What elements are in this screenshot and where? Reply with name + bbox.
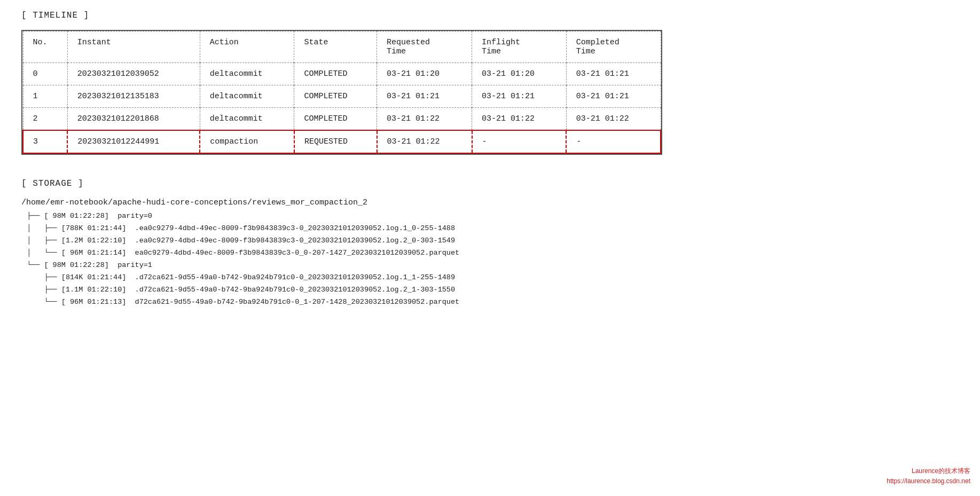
cell-action: deltacommit xyxy=(200,108,294,131)
cell-state: REQUESTED xyxy=(294,130,377,153)
timeline-table-container: No. Instant Action State RequestedTime I… xyxy=(21,30,662,155)
col-no: No. xyxy=(23,32,67,63)
cell-instant: 20230321012201868 xyxy=(67,108,200,131)
storage-label: [ STORAGE ] xyxy=(21,179,959,188)
cell-requested_time: 03-21 01:20 xyxy=(377,63,472,85)
cell-inflight_time: - xyxy=(472,130,567,153)
col-instant: Instant xyxy=(67,32,200,63)
cell-completed_time: - xyxy=(566,130,661,153)
cell-requested_time: 03-21 01:22 xyxy=(377,130,472,153)
cell-inflight_time: 03-21 01:21 xyxy=(472,85,567,108)
cell-completed_time: 03-21 01:21 xyxy=(566,85,661,108)
timeline-label: [ TIMELINE ] xyxy=(21,11,959,20)
cell-state: COMPLETED xyxy=(294,85,377,108)
storage-path: /home/emr-notebook/apache-hudi-core-conc… xyxy=(21,198,959,207)
cell-no: 3 xyxy=(23,130,67,153)
cell-completed_time: 03-21 01:22 xyxy=(566,108,661,131)
cell-no: 2 xyxy=(23,108,67,131)
cell-action: deltacommit xyxy=(200,85,294,108)
cell-instant: 20230321012244991 xyxy=(67,130,200,153)
cell-action: deltacommit xyxy=(200,63,294,85)
cell-requested_time: 03-21 01:21 xyxy=(377,85,472,108)
cell-inflight_time: 03-21 01:20 xyxy=(472,63,567,85)
table-header-row: No. Instant Action State RequestedTime I… xyxy=(23,32,661,63)
storage-tree: ├── [ 98M 01:22:28] parity=0 │ ├── [788K… xyxy=(21,210,959,309)
table-row: 220230321012201868deltacommitCOMPLETED03… xyxy=(23,108,661,131)
cell-state: COMPLETED xyxy=(294,108,377,131)
cell-completed_time: 03-21 01:21 xyxy=(566,63,661,85)
cell-instant: 20230321012135183 xyxy=(67,85,200,108)
table-row: 320230321012244991compactionREQUESTED03-… xyxy=(23,130,661,153)
cell-requested_time: 03-21 01:22 xyxy=(377,108,472,131)
col-completed-time: CompletedTime xyxy=(566,32,661,63)
col-inflight-time: InflightTime xyxy=(472,32,567,63)
cell-no: 0 xyxy=(23,63,67,85)
cell-instant: 20230321012039052 xyxy=(67,63,200,85)
col-state: State xyxy=(294,32,377,63)
cell-no: 1 xyxy=(23,85,67,108)
timeline-table: No. Instant Action State RequestedTime I… xyxy=(22,31,661,154)
col-action: Action xyxy=(200,32,294,63)
table-row: 020230321012039052deltacommitCOMPLETED03… xyxy=(23,63,661,85)
table-row: 120230321012135183deltacommitCOMPLETED03… xyxy=(23,85,661,108)
page-content: [ TIMELINE ] Offline ClusteringSchedule … xyxy=(21,11,959,309)
timeline-section: [ TIMELINE ] Offline ClusteringSchedule … xyxy=(21,11,959,158)
cell-state: COMPLETED xyxy=(294,63,377,85)
cell-action: compaction xyxy=(200,130,294,153)
storage-section: [ STORAGE ] /home/emr-notebook/apache-hu… xyxy=(21,179,959,309)
cell-inflight_time: 03-21 01:22 xyxy=(472,108,567,131)
col-requested-time: RequestedTime xyxy=(377,32,472,63)
